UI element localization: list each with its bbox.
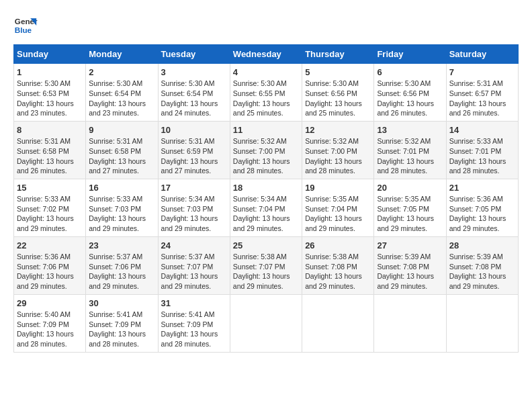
week-row-1: 1Sunrise: 5:30 AM Sunset: 6:53 PM Daylig…	[14, 64, 519, 122]
day-info: Sunrise: 5:40 AM Sunset: 7:09 PM Dayligh…	[17, 310, 83, 349]
day-number: 25	[233, 240, 299, 252]
day-number: 7	[449, 66, 515, 79]
header-tuesday: Tuesday	[158, 45, 230, 64]
day-number: 31	[161, 298, 227, 310]
calendar-cell: 2Sunrise: 5:30 AM Sunset: 6:54 PM Daylig…	[86, 64, 158, 122]
calendar-cell: 6Sunrise: 5:30 AM Sunset: 6:56 PM Daylig…	[374, 64, 446, 122]
day-info: Sunrise: 5:39 AM Sunset: 7:08 PM Dayligh…	[377, 252, 443, 291]
calendar-cell: 11Sunrise: 5:32 AM Sunset: 7:00 PM Dayli…	[230, 121, 302, 179]
calendar-cell: 10Sunrise: 5:31 AM Sunset: 6:59 PM Dayli…	[158, 121, 230, 179]
day-number: 16	[89, 182, 154, 194]
day-info: Sunrise: 5:39 AM Sunset: 7:08 PM Dayligh…	[449, 252, 515, 291]
calendar-cell: 24Sunrise: 5:37 AM Sunset: 7:07 PM Dayli…	[158, 236, 230, 294]
day-info: Sunrise: 5:32 AM Sunset: 7:00 PM Dayligh…	[233, 136, 299, 176]
week-row-5: 29Sunrise: 5:40 AM Sunset: 7:09 PM Dayli…	[14, 294, 519, 352]
calendar-cell: 28Sunrise: 5:39 AM Sunset: 7:08 PM Dayli…	[446, 236, 518, 294]
day-number: 9	[89, 124, 154, 136]
logo: General Blue	[13, 13, 38, 38]
calendar-cell	[446, 294, 518, 352]
day-number: 19	[305, 182, 371, 194]
calendar-cell: 23Sunrise: 5:37 AM Sunset: 7:06 PM Dayli…	[86, 236, 158, 294]
calendar-cell: 1Sunrise: 5:30 AM Sunset: 6:53 PM Daylig…	[14, 64, 86, 122]
day-info: Sunrise: 5:34 AM Sunset: 7:03 PM Dayligh…	[161, 194, 227, 234]
day-number: 15	[17, 182, 83, 194]
day-info: Sunrise: 5:31 AM Sunset: 6:58 PM Dayligh…	[89, 136, 154, 176]
day-info: Sunrise: 5:37 AM Sunset: 7:07 PM Dayligh…	[161, 252, 227, 291]
day-number: 22	[17, 240, 83, 252]
calendar-cell: 14Sunrise: 5:33 AM Sunset: 7:01 PM Dayli…	[446, 121, 518, 179]
day-number: 28	[449, 240, 515, 252]
day-number: 14	[449, 124, 515, 136]
svg-text:Blue: Blue	[15, 26, 32, 34]
day-number: 20	[377, 182, 443, 194]
day-info: Sunrise: 5:30 AM Sunset: 6:56 PM Dayligh…	[305, 79, 371, 118]
calendar-cell: 30Sunrise: 5:41 AM Sunset: 7:09 PM Dayli…	[86, 294, 158, 352]
day-info: Sunrise: 5:30 AM Sunset: 6:54 PM Dayligh…	[89, 79, 154, 118]
day-info: Sunrise: 5:32 AM Sunset: 7:00 PM Dayligh…	[305, 136, 371, 176]
calendar-cell: 22Sunrise: 5:36 AM Sunset: 7:06 PM Dayli…	[14, 236, 86, 294]
day-info: Sunrise: 5:41 AM Sunset: 7:09 PM Dayligh…	[89, 310, 154, 349]
day-number: 29	[17, 298, 83, 310]
calendar-cell: 3Sunrise: 5:30 AM Sunset: 6:54 PM Daylig…	[158, 64, 230, 122]
logo-icon: General Blue	[13, 13, 38, 38]
calendar-table: SundayMondayTuesdayWednesdayThursdayFrid…	[13, 44, 519, 353]
header-thursday: Thursday	[302, 45, 374, 64]
day-info: Sunrise: 5:33 AM Sunset: 7:02 PM Dayligh…	[17, 194, 83, 234]
header-saturday: Saturday	[446, 45, 518, 64]
day-number: 13	[377, 124, 443, 136]
week-row-3: 15Sunrise: 5:33 AM Sunset: 7:02 PM Dayli…	[14, 179, 519, 236]
calendar-cell: 31Sunrise: 5:41 AM Sunset: 7:09 PM Dayli…	[158, 294, 230, 352]
day-number: 5	[305, 66, 371, 79]
day-info: Sunrise: 5:34 AM Sunset: 7:04 PM Dayligh…	[233, 194, 299, 234]
calendar-cell: 5Sunrise: 5:30 AM Sunset: 6:56 PM Daylig…	[302, 64, 374, 122]
day-info: Sunrise: 5:37 AM Sunset: 7:06 PM Dayligh…	[89, 252, 154, 291]
day-number: 10	[161, 124, 227, 136]
calendar-cell: 21Sunrise: 5:36 AM Sunset: 7:05 PM Dayli…	[446, 179, 518, 236]
day-number: 23	[89, 240, 154, 252]
calendar-cell	[374, 294, 446, 352]
calendar-cell: 9Sunrise: 5:31 AM Sunset: 6:58 PM Daylig…	[86, 121, 158, 179]
calendar-cell: 18Sunrise: 5:34 AM Sunset: 7:04 PM Dayli…	[230, 179, 302, 236]
calendar-cell: 15Sunrise: 5:33 AM Sunset: 7:02 PM Dayli…	[14, 179, 86, 236]
week-row-4: 22Sunrise: 5:36 AM Sunset: 7:06 PM Dayli…	[14, 236, 519, 294]
calendar-cell: 4Sunrise: 5:30 AM Sunset: 6:55 PM Daylig…	[230, 64, 302, 122]
day-number: 27	[377, 240, 443, 252]
day-number: 12	[305, 124, 371, 136]
day-number: 8	[17, 124, 83, 136]
calendar-cell: 16Sunrise: 5:33 AM Sunset: 7:03 PM Dayli…	[86, 179, 158, 236]
calendar-cell: 17Sunrise: 5:34 AM Sunset: 7:03 PM Dayli…	[158, 179, 230, 236]
day-info: Sunrise: 5:31 AM Sunset: 6:59 PM Dayligh…	[161, 136, 227, 176]
calendar-cell: 29Sunrise: 5:40 AM Sunset: 7:09 PM Dayli…	[14, 294, 86, 352]
day-info: Sunrise: 5:30 AM Sunset: 6:56 PM Dayligh…	[377, 79, 443, 118]
header-friday: Friday	[374, 45, 446, 64]
calendar-cell: 19Sunrise: 5:35 AM Sunset: 7:04 PM Dayli…	[302, 179, 374, 236]
calendar-cell: 8Sunrise: 5:31 AM Sunset: 6:58 PM Daylig…	[14, 121, 86, 179]
calendar-cell: 20Sunrise: 5:35 AM Sunset: 7:05 PM Dayli…	[374, 179, 446, 236]
calendar-cell: 26Sunrise: 5:38 AM Sunset: 7:08 PM Dayli…	[302, 236, 374, 294]
calendar-cell	[302, 294, 374, 352]
day-number: 3	[161, 66, 227, 79]
day-number: 6	[377, 66, 443, 79]
day-number: 30	[89, 298, 154, 310]
day-info: Sunrise: 5:36 AM Sunset: 7:06 PM Dayligh…	[17, 252, 83, 291]
header-wednesday: Wednesday	[230, 45, 302, 64]
day-info: Sunrise: 5:30 AM Sunset: 6:53 PM Dayligh…	[17, 79, 83, 118]
day-info: Sunrise: 5:35 AM Sunset: 7:05 PM Dayligh…	[377, 194, 443, 234]
header-monday: Monday	[86, 45, 158, 64]
day-info: Sunrise: 5:33 AM Sunset: 7:03 PM Dayligh…	[89, 194, 154, 234]
day-number: 1	[17, 66, 83, 79]
calendar-cell: 27Sunrise: 5:39 AM Sunset: 7:08 PM Dayli…	[374, 236, 446, 294]
week-row-2: 8Sunrise: 5:31 AM Sunset: 6:58 PM Daylig…	[14, 121, 519, 179]
day-number: 2	[89, 66, 154, 79]
day-number: 17	[161, 182, 227, 194]
day-info: Sunrise: 5:30 AM Sunset: 6:54 PM Dayligh…	[161, 79, 227, 118]
day-info: Sunrise: 5:41 AM Sunset: 7:09 PM Dayligh…	[161, 310, 227, 349]
day-number: 24	[161, 240, 227, 252]
day-number: 21	[449, 182, 515, 194]
day-info: Sunrise: 5:31 AM Sunset: 6:58 PM Dayligh…	[17, 136, 83, 176]
calendar-cell: 7Sunrise: 5:31 AM Sunset: 6:57 PM Daylig…	[446, 64, 518, 122]
day-info: Sunrise: 5:32 AM Sunset: 7:01 PM Dayligh…	[377, 136, 443, 176]
day-number: 11	[233, 124, 299, 136]
day-info: Sunrise: 5:36 AM Sunset: 7:05 PM Dayligh…	[449, 194, 515, 234]
day-info: Sunrise: 5:38 AM Sunset: 7:08 PM Dayligh…	[305, 252, 371, 291]
